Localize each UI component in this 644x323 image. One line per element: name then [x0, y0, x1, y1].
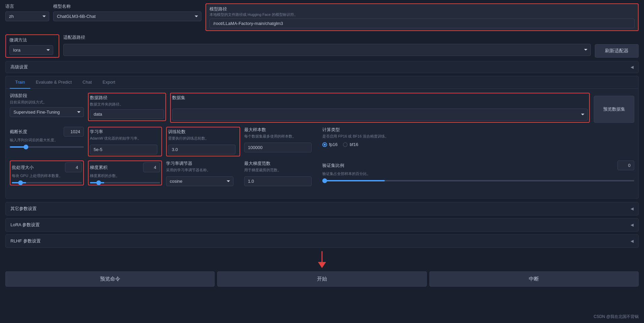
tab-chat[interactable]: Chat [77, 76, 97, 89]
adapter-path-group: 适配器路径 [63, 34, 591, 56]
val-ratio-value[interactable] [617, 160, 634, 170]
bottom-btn-row: 预览命令 开始 中断 [5, 271, 639, 287]
tab-export[interactable]: Export [97, 76, 121, 89]
grad-accumulation-label: 梯度累积 [90, 165, 107, 171]
cutoff-length-slider[interactable] [10, 146, 84, 148]
lr-scheduler-label: 学习率调节器 [166, 160, 240, 167]
tab-train[interactable]: Train [10, 76, 30, 89]
val-ratio-cell: 验证集比例 验证集占全部样本的百分比。 [322, 160, 634, 181]
cutoff-length-sublabel: 输入序列分词后的最大长度。 [10, 138, 84, 143]
model-path-label: 模型路径 [210, 6, 635, 12]
max-grad-norm-cell: 最大梯度范数 用于梯度裁剪的范数。 [244, 160, 318, 186]
data-path-cell: 数据路径 数据文件夹的路径。 [88, 93, 166, 121]
language-label: 语言 [5, 3, 49, 9]
training-stage-cell: 训练阶段 目前采用的训练方式。 Supervised Fine-Tuning P… [10, 93, 84, 117]
adapter-path-label: 适配器路径 [63, 34, 591, 40]
train-row-1: 训练阶段 目前采用的训练方式。 Supervised Fine-Tuning P… [10, 93, 634, 123]
training-stage-sublabel: 目前采用的训练方式。 [10, 100, 84, 105]
model-path-group: 模型路径 本地模型的文件路径或 Hugging Face 的模型标识符。 [205, 3, 639, 31]
grad-accumulation-cell: 梯度累积 梯度累积的步数。 [88, 160, 162, 185]
grad-accumulation-slider[interactable] [90, 182, 160, 183]
dataset-cell: 数据集 [170, 93, 590, 123]
advanced-settings-bar[interactable]: 高级设置 ◀ [5, 61, 639, 73]
model-path-input[interactable] [210, 19, 635, 28]
training-epochs-label: 训练轮数 [168, 129, 238, 135]
grad-accumulation-value[interactable] [143, 163, 160, 172]
model-path-box: 模型路径 本地模型的文件路径或 Hugging Face 的模型标识符。 [205, 3, 639, 31]
abort-button[interactable]: 中断 [429, 271, 639, 287]
rlhf-params-chevron-icon: ◀ [631, 239, 634, 243]
max-grad-norm-label: 最大梯度范数 [244, 160, 318, 167]
model-name-select[interactable]: ChatGLM3-6B-Chat LLaMA-7B Qwen-7B [53, 11, 201, 21]
model-path-sublabel: 本地模型的文件路径或 Hugging Face 的模型标识符。 [210, 12, 635, 17]
rlhf-section: RLHF 参数设置 ◀ [5, 234, 639, 268]
preview-dataset-button[interactable]: 预览数据集 [594, 96, 634, 123]
rlhf-params-title: RLHF 参数设置 [10, 238, 41, 244]
cutoff-length-value[interactable] [64, 127, 84, 137]
bf16-option[interactable]: bf16 [343, 142, 358, 147]
language-select[interactable]: zh en [5, 11, 49, 21]
second-row: 微调方法 lora full freeze 适配器路径 刷新适配器 [5, 34, 639, 58]
compute-type-label: 计算类型 [322, 127, 634, 133]
fp16-option[interactable]: fp16 [322, 142, 337, 147]
start-arrow-icon [309, 251, 335, 268]
data-path-sublabel: 数据文件夹的路径。 [90, 102, 164, 107]
tabs-row: Train Evaluate & Predict Chat Export [6, 76, 638, 89]
learning-rate-cell: 学习率 AdamW 优化器的初始学习率。 [88, 127, 162, 156]
training-epochs-input[interactable] [168, 145, 235, 154]
dataset-select[interactable] [172, 109, 588, 121]
val-ratio-sublabel: 验证集占全部样本的百分比。 [322, 171, 634, 176]
compute-type-sublabel: 是否启用 FP16 或 BF16 混合精度训练。 [322, 134, 634, 139]
lr-scheduler-cell: 学习率调节器 采用的学习率调节器名称。 cosine linear consta… [166, 160, 240, 186]
max-samples-cell: 最大样本数 每个数据集最多使用的样本数。 [244, 127, 318, 152]
adapter-path-select[interactable] [63, 44, 591, 56]
main-container: 语言 zh en 模型名称 ChatGLM3-6B-Chat LLaMA-7B … [0, 0, 644, 290]
lr-scheduler-select[interactable]: cosine linear constant [166, 176, 233, 186]
finetune-method-label: 微调方法 [9, 37, 55, 43]
learning-rate-sublabel: AdamW 优化器的初始学习率。 [90, 136, 160, 141]
advanced-settings-chevron-icon: ◀ [631, 65, 634, 69]
svg-marker-1 [318, 262, 326, 268]
start-button[interactable]: 开始 [217, 271, 426, 287]
max-samples-input[interactable] [244, 143, 312, 152]
rlhf-params-bar[interactable]: RLHF 参数设置 ◀ [5, 234, 639, 248]
finetune-method-select[interactable]: lora full freeze [9, 45, 53, 55]
batch-size-slider[interactable] [12, 182, 82, 183]
batch-size-label: 批处理大小 [12, 165, 34, 171]
tab-evaluate[interactable]: Evaluate & Predict [30, 76, 77, 89]
compute-type-radio-group: fp16 bf16 [322, 142, 634, 147]
other-params-title: 其它参数设置 [10, 206, 37, 212]
refresh-adapter-button[interactable]: 刷新适配器 [595, 44, 639, 58]
batch-size-sublabel: 每块 GPU 上处理的样本数量。 [12, 173, 82, 178]
dataset-label: 数据集 [172, 95, 588, 101]
lr-scheduler-sublabel: 采用的学习率调节器名称。 [166, 168, 240, 173]
lora-params-chevron-icon: ◀ [631, 223, 634, 227]
max-grad-norm-sublabel: 用于梯度裁剪的范数。 [244, 168, 318, 173]
watermark: CSDN @我在北国不背锅 [593, 314, 639, 320]
arrow-container [5, 251, 639, 268]
advanced-settings-title: 高级设置 [10, 64, 28, 70]
val-ratio-slider[interactable] [322, 180, 634, 181]
max-samples-label: 最大样本数 [244, 127, 318, 133]
training-stage-select[interactable]: Supervised Fine-Tuning Pre-Training RLHF [10, 107, 84, 117]
tabs-container: Train Evaluate & Predict Chat Export 训练阶… [5, 76, 639, 199]
data-path-input[interactable] [90, 109, 164, 119]
max-grad-norm-input[interactable] [244, 176, 312, 186]
cutoff-length-cell: 截断长度 输入序列分词后的最大长度。 [10, 127, 84, 148]
grad-accumulation-sublabel: 梯度累积的步数。 [90, 173, 160, 178]
bf16-radio[interactable] [343, 142, 348, 147]
lora-params-title: LoRA 参数设置 [10, 222, 40, 228]
data-path-label: 数据路径 [90, 95, 164, 101]
lora-params-bar[interactable]: LoRA 参数设置 ◀ [5, 218, 639, 232]
fp16-radio[interactable] [322, 142, 327, 147]
other-params-bar[interactable]: 其它参数设置 ◀ [5, 202, 639, 215]
learning-rate-input[interactable] [90, 145, 157, 154]
preview-command-button[interactable]: 预览命令 [5, 271, 215, 287]
training-epochs-sublabel: 需要执行的训练总轮数。 [168, 136, 238, 141]
max-samples-sublabel: 每个数据集最多使用的样本数。 [244, 134, 318, 139]
top-row: 语言 zh en 模型名称 ChatGLM3-6B-Chat LLaMA-7B … [5, 3, 639, 31]
model-name-label: 模型名称 [53, 3, 201, 9]
training-epochs-cell: 训练轮数 需要执行的训练总轮数。 [166, 127, 240, 156]
bf16-label: bf16 [350, 142, 358, 147]
batch-size-value[interactable] [65, 163, 82, 172]
